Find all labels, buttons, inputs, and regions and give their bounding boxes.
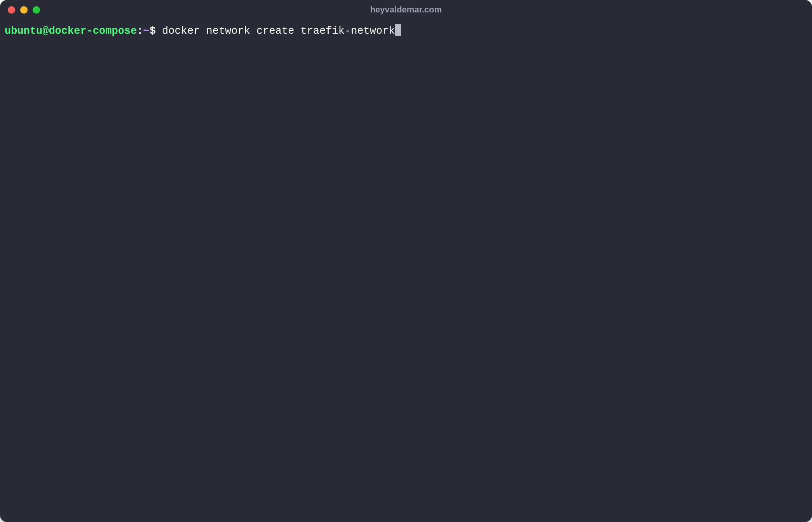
maximize-button[interactable] <box>33 6 40 14</box>
traffic-lights <box>8 6 40 14</box>
close-button[interactable] <box>8 6 15 14</box>
prompt-symbol: $ <box>150 24 156 39</box>
cursor-icon <box>395 24 401 36</box>
terminal-body[interactable]: ubuntu@docker-compose:~$ docker network … <box>0 19 812 522</box>
terminal-window: heyvaldemar.com ubuntu@docker-compose:~$… <box>0 0 812 522</box>
command-text: docker network create traefik-network <box>156 24 395 39</box>
prompt-colon: : <box>137 24 143 39</box>
prompt-path: ~ <box>143 24 149 39</box>
minimize-button[interactable] <box>20 6 28 14</box>
prompt-user-host: ubuntu@docker-compose <box>5 24 137 39</box>
prompt-line: ubuntu@docker-compose:~$ docker network … <box>5 24 807 39</box>
window-title: heyvaldemar.com <box>370 5 442 15</box>
command-value: docker network create traefik-network <box>162 25 395 37</box>
title-bar: heyvaldemar.com <box>0 0 812 19</box>
